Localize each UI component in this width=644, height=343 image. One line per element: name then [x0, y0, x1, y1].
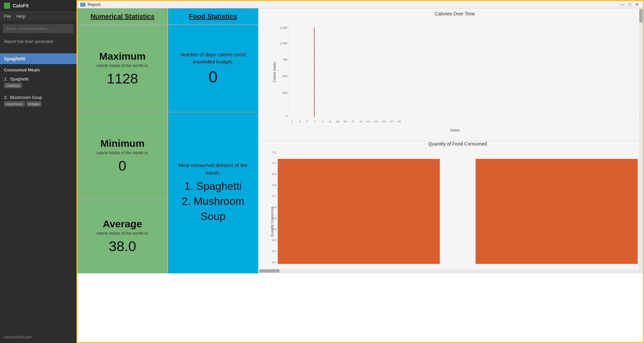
stat-max-cell: Maximum calorie intake of the month is: …: [77, 25, 168, 112]
svg-text:1,000: 1,000: [280, 42, 287, 45]
command-input[interactable]: [3, 24, 74, 33]
meal-tag-shitake: shitake: [26, 101, 42, 107]
svg-text:250: 250: [282, 91, 287, 95]
svg-text:3: 3: [299, 120, 301, 123]
sidebar: CaloFit File Help Report has been genera…: [0, 0, 76, 343]
chart-scrollbar-bottom[interactable]: [259, 269, 639, 273]
sidebar-footer: .\data\dishDb.json: [0, 334, 76, 340]
food-stat-most-cell: Most consumed dish(es) of the month: 1. …: [168, 112, 259, 273]
chart-scrollbar[interactable]: [639, 8, 643, 273]
report-window: Report — □ ✕ Numerical Statistics Food S…: [76, 0, 644, 343]
quantity-bars: [278, 149, 638, 264]
report-title-left: Report: [80, 2, 101, 7]
quantity-chart-pane: 1.1 1.0 0.9 0.8 0.7 0.6 0.5 0.4 0.3 0.2 …: [259, 141, 643, 274]
svg-text:27: 27: [390, 120, 393, 123]
food-most-item-0: 1. Spaghetti: [184, 179, 242, 194]
svg-text:1,250: 1,250: [280, 26, 287, 30]
maximize-button[interactable]: □: [627, 2, 633, 7]
svg-text:17: 17: [352, 120, 355, 123]
report-icon: [80, 3, 86, 7]
meal-item-2: 2. Mushroom Soup expensive shitake: [0, 93, 76, 109]
scrollbar-thumb-bottom[interactable]: [259, 269, 279, 273]
meal-item-1: 1. Spaghetti creamys: [0, 74, 76, 90]
max-value: 1128: [107, 71, 138, 87]
consumed-meals-label: Consumed Meals: [0, 64, 76, 74]
svg-text:21: 21: [367, 120, 370, 123]
food-most-item-1: 2. Mushroom Soup: [173, 194, 253, 224]
svg-text:23: 23: [375, 120, 378, 123]
meal-tags-1: creamys: [4, 83, 72, 88]
menu-help[interactable]: Help: [16, 14, 25, 19]
app-header: CaloFit: [0, 0, 76, 12]
meal-tags-2: expensive shitake: [4, 101, 72, 107]
bar-spaghetti: [278, 159, 440, 264]
avg-value: 38.0: [109, 238, 136, 254]
charts-area: Calories Over Time Calorie Intake: [259, 8, 643, 273]
svg-text:13: 13: [336, 120, 339, 123]
svg-text:19: 19: [359, 120, 362, 123]
bar-mushroom-soup: [476, 159, 638, 264]
app-title: CaloFit: [13, 3, 29, 8]
window-controls: — □ ✕: [619, 2, 640, 7]
min-sublabel: calorie intake of the month is:: [96, 151, 149, 155]
report-grid: Numerical Statistics Food Statistics Max…: [77, 8, 643, 342]
report-title-text: Report: [88, 2, 101, 7]
calories-chart-pane: Calories Over Time Calorie Intake: [259, 8, 643, 141]
food-budget-text: Number of days calorie count exceeded bu…: [173, 51, 253, 65]
quantity-chart-inner: Quantity of Food Consumed: [278, 144, 638, 271]
svg-text:9: 9: [322, 120, 324, 123]
calories-chart-title: Calories Over Time: [272, 11, 638, 16]
numerical-stats-header: Numerical Statistics: [77, 8, 168, 25]
svg-text:1: 1: [291, 120, 293, 123]
status-message: Report has been generated: [0, 37, 76, 47]
sidebar-active-item: Spaghetti: [0, 53, 76, 64]
scrollbar-thumb[interactable]: [639, 9, 643, 22]
food-most-text: Most consumed dish(es) of the month:: [173, 162, 253, 177]
food-stats-header: Food Statistics: [168, 8, 259, 25]
meal-tag: creamys: [4, 83, 22, 88]
minimize-button[interactable]: —: [619, 2, 626, 7]
quantity-y-label: Quantity Consumed: [270, 207, 274, 237]
svg-text:25: 25: [382, 120, 385, 123]
min-value: 0: [118, 158, 126, 174]
close-button[interactable]: ✕: [634, 2, 640, 7]
menu-bar: File Help: [0, 12, 76, 21]
meal-tag-expensive: expensive: [4, 101, 25, 107]
stat-min-cell: Minimum calorie intake of the month is: …: [77, 112, 168, 199]
quantity-chart-title: Quantity of Food Consumed: [278, 141, 638, 147]
avg-label: Average: [103, 218, 142, 230]
report-titlebar: Report — □ ✕: [77, 1, 643, 8]
svg-text:5: 5: [307, 120, 308, 123]
avg-sublabel: calorie intake of the month is:: [96, 231, 149, 236]
min-label: Minimum: [100, 138, 145, 149]
svg-text:15: 15: [344, 120, 347, 123]
svg-text:7: 7: [314, 120, 316, 123]
food-stat-budget-cell: Number of days calorie count exceeded bu…: [168, 25, 259, 112]
calories-x-label: Dates: [272, 128, 638, 132]
menu-file[interactable]: File: [4, 14, 11, 19]
svg-text:11: 11: [328, 120, 331, 123]
app-icon: [4, 3, 10, 9]
max-sublabel: calorie intake of the month is:: [96, 63, 149, 68]
calories-y-label: Calorie Intake: [273, 62, 276, 82]
stat-avg-cell: Average calorie intake of the month is: …: [77, 199, 168, 273]
svg-text:29: 29: [398, 120, 401, 123]
max-label: Maximum: [99, 51, 146, 62]
svg-text:0: 0: [286, 114, 287, 118]
calories-svg: 1,250 1,000 750 500 250 0 1 3 5 7 9: [275, 18, 641, 128]
food-budget-value: 0: [209, 68, 218, 86]
svg-text:500: 500: [282, 74, 287, 78]
svg-text:750: 750: [282, 58, 287, 61]
